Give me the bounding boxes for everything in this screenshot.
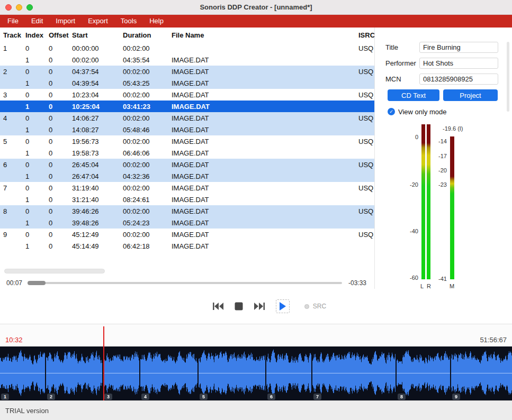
column-header-start[interactable]: Start [69,31,120,39]
cell-file_name: IMAGE.DAT [168,172,301,180]
previous-track-button[interactable] [212,302,224,311]
cell-duration: 03:41:23 [120,103,168,111]
track-marker-8[interactable]: 8 [398,394,406,400]
close-window-button[interactable] [5,4,12,11]
cell-file_name: IMAGE.DAT [168,114,301,122]
title-input[interactable] [419,42,498,53]
waveform-canvas[interactable] [0,346,512,400]
track-row[interactable]: 50019:56:7300:02:00IMAGE.DATUSQ [0,135,374,147]
menu-import[interactable]: Import [49,15,82,28]
cell-isrc: USQ [301,184,374,192]
track-row[interactable]: 90045:12:4900:02:00IMAGE.DATUSQ [0,229,374,240]
menu-edit[interactable]: Edit [25,15,49,28]
statusbar: TRIAL version [0,400,512,420]
metadata-panel: TitlePerformerMCN CD Text Project ✓ View… [375,28,512,289]
track-row[interactable]: 70031:19:4000:02:00IMAGE.DATUSQ [0,182,374,194]
track-row[interactable]: 20004:37:5400:02:00IMAGE.DATUSQ [0,66,374,77]
cell-file_name: IMAGE.DAT [168,126,301,134]
track-list-pane: TrackIndexOffsetStartDurationFile NameIS… [0,28,375,289]
menu-help[interactable]: Help [143,15,170,28]
titlebar: Sonoris DDP Creator - [unnamed*] [0,0,512,15]
track-row[interactable]: 1039:48:2605:24:23IMAGE.DAT [0,217,374,229]
track-row[interactable]: 1019:58:7306:46:06IMAGE.DAT [0,147,374,159]
playhead-cursor[interactable] [103,326,104,400]
track-row[interactable]: 1000:02:0004:35:54IMAGE.DAT [0,54,374,66]
track-row-selected[interactable]: 1010:25:0403:41:23IMAGE.DAT [0,101,374,112]
next-track-button[interactable] [254,302,265,311]
waveform-timeline[interactable]: 10:32 51:56:67 [0,324,512,346]
cell-file_name: IMAGE.DAT [168,196,301,204]
column-header-offset[interactable]: Offset [46,31,69,39]
mcn-input[interactable] [419,74,498,85]
track-row[interactable]: 1031:21:4008:24:61IMAGE.DAT [0,194,374,205]
column-header-file-name[interactable]: File Name [168,31,301,39]
track-row[interactable]: 1045:14:4906:42:18IMAGE.DAT [0,240,374,252]
cell-start: 10:23:04 [69,91,120,99]
cell-offset: 0 [46,44,69,52]
view-only-label: View only mode [398,108,447,116]
track-marker-7[interactable]: 7 [313,394,321,400]
loudness-meter [450,136,454,279]
horizontal-scrollbar-thumb[interactable] [4,269,105,273]
play-button[interactable] [276,299,290,313]
cell-index: 0 [22,91,46,99]
column-header-index[interactable]: Index [22,31,46,39]
track-row[interactable]: 10000:00:0000:02:00USQ [0,42,374,54]
minimize-window-button[interactable] [16,4,22,11]
cell-file_name: IMAGE.DAT [168,56,301,64]
cell-file_name: IMAGE.DAT [168,68,301,76]
track-row[interactable]: 80039:46:2600:02:00IMAGE.DATUSQ [0,205,374,217]
project-button[interactable]: Project [443,89,498,101]
cd-text-button[interactable]: CD Text [388,89,439,101]
horizontal-scrollbar[interactable] [0,268,375,275]
column-header-track[interactable]: Track [0,31,22,39]
track-row[interactable]: 1014:08:2705:48:46IMAGE.DAT [0,124,374,135]
cell-index: 1 [22,103,46,111]
cell-index: 1 [22,219,46,227]
cell-offset: 0 [46,184,69,192]
track-row[interactable]: 1026:47:0404:32:36IMAGE.DAT [0,170,374,182]
cell-isrc: USQ [301,231,374,239]
cell-isrc: USQ [301,138,374,145]
menu-tools[interactable]: Tools [114,15,143,28]
panel-scrollbar[interactable] [507,42,509,112]
seek-slider[interactable] [28,282,342,284]
cell-index: 1 [22,242,46,250]
track-marker-1[interactable]: 1 [1,394,9,400]
menu-file[interactable]: File [1,15,25,28]
loudness-scale-label: -23 [427,181,447,188]
track-row[interactable]: 60026:45:0400:02:00IMAGE.DATUSQ [0,159,374,170]
zoom-window-button[interactable] [26,4,33,11]
loudness-scale-label: -41 [427,276,447,282]
track-row[interactable]: 40014:06:2700:02:00IMAGE.DATUSQ [0,112,374,124]
transport-controls: SRC [0,289,512,324]
view-only-icon[interactable]: ✓ [388,108,395,115]
waveform-display[interactable]: 123456789 [0,346,512,400]
seek-slider-thumb[interactable] [28,281,46,285]
cell-offset: 0 [46,68,69,76]
track-marker-9[interactable]: 9 [452,394,460,400]
track-marker-5[interactable]: 5 [200,394,208,400]
track-marker-4[interactable]: 4 [141,394,149,400]
cell-index: 0 [22,231,46,239]
src-label: SRC [313,303,326,310]
track-marker-2[interactable]: 2 [47,394,55,400]
cell-track: 8 [0,207,22,215]
stop-button[interactable] [235,302,243,311]
cell-start: 26:45:04 [69,161,120,169]
playback-timebar: 00:07 -03:33 [0,277,375,289]
performer-input[interactable] [419,58,498,69]
track-row[interactable]: 1004:39:5405:43:25IMAGE.DAT [0,77,374,89]
cell-duration: 05:43:25 [120,79,168,87]
column-header-duration[interactable]: Duration [120,31,168,39]
src-led-icon[interactable] [304,304,309,309]
track-marker-3[interactable]: 3 [104,394,112,400]
cell-offset: 0 [46,103,69,111]
column-header-isrc[interactable]: ISRC [301,31,374,39]
cell-track: 6 [0,161,22,169]
menu-export[interactable]: Export [82,15,114,28]
title-field-row: Title [375,42,512,53]
track-marker-6[interactable]: 6 [267,394,275,400]
cell-offset: 0 [46,114,69,122]
track-row[interactable]: 30010:23:0400:02:00IMAGE.DATUSQ [0,89,374,101]
